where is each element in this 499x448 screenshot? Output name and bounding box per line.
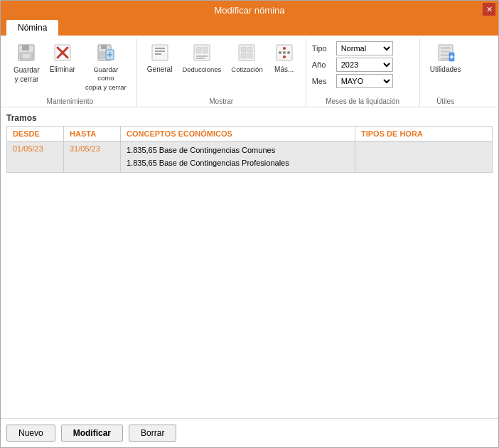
mes-select[interactable]: ENEROFEBREROMARZOABRIL MAYOJUNIOJULIOAGO… <box>336 74 393 88</box>
table-header-row: DESDE HASTA CONCEPTOS ECONÓMICOS TIPOS D… <box>7 127 493 142</box>
svg-rect-8 <box>101 45 107 49</box>
ribbon-mostrar-items: General Deducciones <box>143 38 300 95</box>
anio-row: Año 2022 2023 2024 <box>312 58 393 72</box>
utilidades-icon <box>434 41 457 64</box>
guardar-copia-label: Guardar como copia y cerrar <box>85 65 127 92</box>
mas-label: Más... <box>274 65 294 73</box>
col-conceptos: CONCEPTOS ECONÓMICOS <box>121 127 355 142</box>
svg-rect-23 <box>241 47 246 52</box>
ribbon-group-utiles: Utilidades Útiles <box>420 38 471 107</box>
cotizacion-label: Cotización <box>231 65 262 73</box>
tab-bar: Nómina <box>1 20 498 36</box>
ribbon-group-mostrar: General Deducciones <box>137 38 306 107</box>
svg-point-32 <box>283 55 286 58</box>
general-button[interactable]: General <box>143 38 177 76</box>
svg-rect-19 <box>203 47 208 53</box>
svg-rect-3 <box>23 54 30 58</box>
main-window: Modificar nómina ✕ Nómina <box>0 0 499 448</box>
modificar-button[interactable]: Modificar <box>61 425 123 442</box>
tab-nomina[interactable]: Nómina <box>6 20 58 36</box>
svg-rect-24 <box>247 47 252 52</box>
ribbon-group-mantenimiento: Guardar y cerrar Eliminar <box>4 38 137 107</box>
svg-rect-13 <box>152 45 168 60</box>
general-icon <box>149 41 171 64</box>
utilidades-button[interactable]: Utilidades <box>426 38 466 76</box>
mostrar-group-label: Mostrar <box>143 95 300 107</box>
mas-button[interactable]: Más... <box>269 38 300 76</box>
close-button[interactable]: ✕ <box>483 3 495 16</box>
cotizacion-button[interactable]: Cotización <box>227 38 267 76</box>
eliminar-label: Eliminar <box>50 65 75 73</box>
guardar-copia-button[interactable]: Guardar como copia y cerrar <box>81 38 131 95</box>
svg-point-30 <box>287 51 290 54</box>
anio-label: Año <box>312 60 333 69</box>
utiles-group-label: Útiles <box>426 95 466 107</box>
borrar-button[interactable]: Borrar <box>129 425 176 442</box>
guardar-cerrar-button[interactable]: Guardar y cerrar <box>9 38 44 87</box>
tipo-select[interactable]: Normal Extra Complementaria <box>336 41 393 55</box>
anio-select[interactable]: 2022 2023 2024 <box>336 58 393 72</box>
guardar-cerrar-label: Guardar y cerrar <box>14 65 40 84</box>
tramos-table: DESDE HASTA CONCEPTOS ECONÓMICOS TIPOS D… <box>6 126 493 173</box>
svg-point-29 <box>283 51 286 54</box>
deducciones-button[interactable]: Deducciones <box>178 38 225 76</box>
deducciones-icon <box>191 41 213 64</box>
tramos-section-label: Tramos <box>6 113 493 123</box>
tipo-label: Tipo <box>312 44 333 53</box>
svg-rect-18 <box>196 47 201 53</box>
guardar-copia-icon <box>95 41 117 64</box>
ribbon-group-meses: Tipo Normal Extra Complementaria Año 202… <box>306 38 420 107</box>
eliminar-button[interactable]: Eliminar <box>45 38 80 76</box>
svg-point-31 <box>283 47 286 50</box>
svg-rect-1 <box>22 45 29 50</box>
table-row[interactable]: 01/05/23 31/05/23 1.835,65 Base de Conti… <box>7 142 493 173</box>
mas-icon <box>273 41 296 64</box>
deducciones-label: Deducciones <box>182 65 221 73</box>
eliminar-icon <box>51 41 74 64</box>
col-hasta: HASTA <box>64 127 121 142</box>
svg-rect-26 <box>247 53 252 58</box>
footer-bar: Nuevo Modificar Borrar <box>1 418 498 447</box>
content-area: Tramos DESDE HASTA CONCEPTOS ECONÓMICOS … <box>1 107 498 418</box>
cotizacion-icon <box>235 41 258 64</box>
general-label: General <box>147 65 173 73</box>
cell-desde: 01/05/23 <box>7 142 64 173</box>
window-title: Modificar nómina <box>215 5 285 16</box>
col-tipos: TIPOS DE HORA <box>355 127 493 142</box>
ribbon: Guardar y cerrar Eliminar <box>1 36 498 107</box>
title-bar: Modificar nómina ✕ <box>1 1 498 20</box>
mes-row: Mes ENEROFEBREROMARZOABRIL MAYOJUNIOJULI… <box>312 74 393 88</box>
col-desde: DESDE <box>7 127 64 142</box>
svg-rect-34 <box>441 47 451 49</box>
nuevo-button[interactable]: Nuevo <box>6 425 55 442</box>
ribbon-utiles-items: Utilidades <box>426 38 466 95</box>
cell-conceptos: 1.835,65 Base de Contingencias Comunes 1… <box>121 142 355 173</box>
svg-rect-35 <box>441 50 451 53</box>
cell-tipos <box>355 142 493 173</box>
tipo-row: Tipo Normal Extra Complementaria <box>312 41 393 55</box>
cell-hasta: 31/05/23 <box>64 142 121 173</box>
utilidades-label: Utilidades <box>430 65 461 73</box>
svg-rect-25 <box>241 53 246 58</box>
meses-group-label: Meses de la liquidación <box>312 95 414 107</box>
mantenimiento-group-label: Mantenimiento <box>9 95 131 107</box>
svg-point-28 <box>279 51 281 54</box>
ribbon-mantenimiento-items: Guardar y cerrar Eliminar <box>9 38 131 95</box>
guardar-icon <box>15 41 38 64</box>
mes-label: Mes <box>312 77 333 85</box>
